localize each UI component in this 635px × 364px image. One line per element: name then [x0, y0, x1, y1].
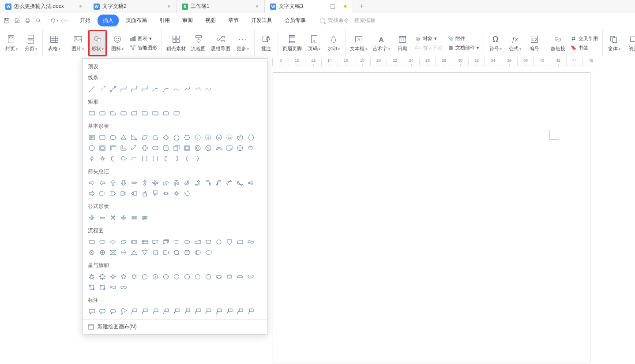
shape-rounded-rect[interactable]: [98, 108, 107, 118]
shape-eq-minus[interactable]: [98, 213, 107, 223]
shape-flow-tape[interactable]: [246, 237, 256, 247]
shape-arrow-curved-up[interactable]: [225, 178, 234, 188]
shape-freeform[interactable]: [182, 84, 192, 94]
shape-eq-equal[interactable]: [129, 213, 139, 223]
shape-can[interactable]: [161, 143, 171, 153]
shape-plaque[interactable]: [150, 143, 160, 153]
shape-flow-summing[interactable]: [87, 248, 97, 257]
menu-view[interactable]: 视图: [200, 15, 221, 26]
shape-elbow-arrow[interactable]: [129, 84, 139, 94]
header-footer-button[interactable]: 页眉页脚: [281, 30, 304, 56]
document-page[interactable]: [273, 72, 590, 363]
shape-flow-manual-op[interactable]: [203, 237, 213, 247]
shape-callout-border2[interactable]: [203, 307, 213, 316]
watermark-button[interactable]: 水印: [325, 30, 342, 56]
shape-flow-merge[interactable]: [140, 248, 150, 257]
shape-callout-cloud[interactable]: [119, 307, 128, 316]
shape-star32[interactable]: [203, 272, 213, 282]
shape-brace-pair[interactable]: [150, 154, 160, 163]
shape-flow-or[interactable]: [98, 248, 107, 257]
shape-half-frame[interactable]: [108, 143, 118, 153]
shape-bevel[interactable]: [182, 143, 192, 153]
shape-scroll-v[interactable]: [87, 282, 97, 292]
shape-star7[interactable]: [140, 272, 150, 282]
new-drawing-canvas-button[interactable]: 新建绘图画布(N): [83, 319, 267, 334]
symbol-button[interactable]: Ω符号: [487, 30, 504, 56]
shape-octagon[interactable]: 8: [203, 133, 213, 142]
shape-diamond[interactable]: [161, 133, 171, 142]
menu-insert[interactable]: 插入: [98, 15, 119, 26]
shape-moon[interactable]: [108, 154, 118, 163]
shape-flow-prep[interactable]: [182, 237, 192, 247]
hyperlink-button[interactable]: 超链接: [549, 30, 567, 56]
shape-callout-accent2[interactable]: [172, 307, 181, 316]
shape-flow-delay[interactable]: [161, 248, 171, 257]
attachment-button[interactable]: 📎附件: [446, 34, 481, 43]
shape-star6[interactable]: [129, 272, 139, 282]
cover-page-button[interactable]: 封页: [3, 30, 20, 56]
shape-callout-rect[interactable]: [87, 307, 97, 316]
shape-arrow-callout-l[interactable]: [129, 189, 139, 198]
shape-arrow-leftup[interactable]: [182, 178, 192, 188]
shape-flow-collate[interactable]: [108, 248, 118, 257]
shape-flow-offpage[interactable]: [225, 237, 234, 247]
shape-donut[interactable]: [193, 143, 203, 153]
tab-doc-3[interactable]: S 工作簿1: [177, 0, 265, 13]
shape-elbow-double[interactable]: [140, 84, 150, 94]
shape-arrow-pentagon[interactable]: [98, 189, 107, 198]
save-button[interactable]: [2, 16, 11, 26]
shape-callout-line3[interactable]: [150, 307, 160, 316]
shape-right-triangle[interactable]: [129, 133, 139, 142]
shape-callout-border1[interactable]: [193, 307, 203, 316]
shape-flow-document[interactable]: [150, 237, 160, 247]
number-button[interactable]: 1,2编号: [526, 30, 543, 56]
shape-right-bracket[interactable]: [172, 154, 181, 163]
equation-button[interactable]: ƒx公式: [506, 30, 524, 56]
shape-arrow-quad[interactable]: [150, 178, 160, 188]
shape-textbox[interactable]: [87, 133, 97, 142]
restore-icon[interactable]: [331, 4, 335, 9]
shape-arrow-left[interactable]: [98, 178, 107, 188]
menu-page-layout[interactable]: 页面布局: [120, 15, 152, 26]
shape-pie[interactable]: [235, 133, 245, 142]
shape-arrow-line[interactable]: [98, 84, 107, 94]
shape-arrow-callout-quad[interactable]: [172, 189, 181, 198]
shape-heptagon[interactable]: 7: [193, 133, 203, 142]
shape-bracket-pair[interactable]: [140, 154, 150, 163]
shape-triangle[interactable]: [119, 133, 128, 142]
shape-snip-single[interactable]: [108, 108, 118, 118]
shape-l[interactable]: [119, 143, 128, 153]
shape-eq-notequal[interactable]: [140, 213, 150, 223]
wordart-button[interactable]: A艺术字: [371, 30, 391, 56]
shape-flow-direct[interactable]: [193, 248, 203, 257]
shape-flow-multidoc[interactable]: [161, 237, 171, 247]
mindmap-button[interactable]: 思维导图: [209, 30, 232, 56]
redo-button[interactable]: ▾: [60, 16, 69, 26]
menu-home[interactable]: 开始: [75, 15, 96, 26]
chart-button[interactable]: 图表 ▾: [128, 34, 159, 43]
shape-arrow-curved-right[interactable]: [203, 178, 213, 188]
window-button[interactable]: 窗体: [605, 30, 623, 56]
shape-callout-borderaccent3[interactable]: [246, 307, 256, 316]
shape-round-same[interactable]: [161, 108, 171, 118]
shape-flow-stored[interactable]: [150, 248, 160, 257]
shape-sun[interactable]: [98, 154, 107, 163]
shape-left-bracket[interactable]: [161, 154, 171, 163]
resource-button[interactable]: 资源: [625, 30, 635, 56]
shape-parallelogram[interactable]: [140, 133, 150, 142]
shape-chord[interactable]: [246, 133, 256, 142]
shape-explosion1[interactable]: [87, 272, 97, 282]
shape-frame[interactable]: [98, 143, 107, 153]
shape-curve[interactable]: [150, 84, 160, 94]
shape-arrow-striped[interactable]: [246, 178, 256, 188]
shape-callout-border3[interactable]: [214, 307, 224, 316]
shape-double-arrow[interactable]: [108, 84, 118, 94]
shape-snip-same[interactable]: [119, 108, 128, 118]
shape-scribble2[interactable]: [203, 84, 213, 94]
horizontal-ruler[interactable]: 8 10 12 14 16 18 20 22 24 26 28 30 32 34…: [272, 58, 599, 66]
shape-flow-alt[interactable]: [98, 237, 107, 247]
shape-heart[interactable]: [246, 143, 256, 153]
shape-flow-terminator[interactable]: [172, 237, 181, 247]
shape-arrow-callout-u[interactable]: [140, 189, 150, 198]
shape-arrow-callout-lr[interactable]: [161, 189, 171, 198]
